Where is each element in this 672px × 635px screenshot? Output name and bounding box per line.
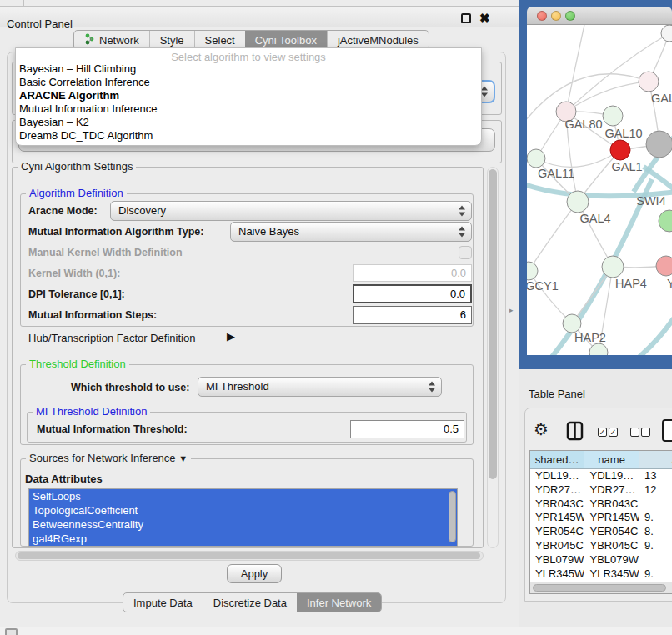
- table-row[interactable]: YPR145WYPR145W9.: [530, 511, 672, 525]
- checked-checkbox-icon[interactable]: ✓: [598, 428, 607, 437]
- dropdown-header: Select algorithm to view settings: [16, 48, 481, 62]
- table-cell: YDR27…: [530, 483, 584, 498]
- maximize-traffic-light-icon[interactable]: [565, 11, 575, 21]
- manual-kernel-width-label: Manual Kernel Width Definition: [28, 247, 183, 258]
- table-row[interactable]: YER054CYER054C8.: [530, 525, 672, 539]
- dropdown-item[interactable]: Bayesian – K2: [16, 116, 481, 129]
- column-header-3[interactable]: A: [639, 451, 672, 468]
- sources-title[interactable]: Sources for Network Inference ▼: [26, 452, 191, 464]
- dropdown-item[interactable]: Bayesian – Hill Climbing: [16, 62, 481, 76]
- network-edge-highlighted[interactable]: [639, 318, 672, 355]
- tab-style[interactable]: Style: [149, 31, 194, 49]
- table-horizontal-scrollbar[interactable]: [530, 582, 672, 593]
- checked-checkbox-icon[interactable]: ✓: [609, 428, 618, 437]
- table-cell: [639, 498, 672, 512]
- mi-steps-label: Mutual Information Steps:: [28, 309, 157, 321]
- attribute-item[interactable]: gal4RGexp: [29, 532, 457, 546]
- network-window-titlebar[interactable]: [527, 7, 672, 25]
- network-node[interactable]: [589, 343, 608, 355]
- table-cell: YBR045C: [584, 539, 639, 553]
- hub-definition-label[interactable]: Hub/Transcription Factor Definition: [28, 332, 195, 344]
- network-node-hap4[interactable]: [602, 256, 624, 278]
- column-header-1[interactable]: shared…: [530, 451, 584, 468]
- split-pane-grip-icon[interactable]: ▸: [509, 306, 514, 314]
- network-node-gal[interactable]: [639, 72, 659, 92]
- tab-jactivemnodules[interactable]: jActiveMNodules: [327, 31, 429, 49]
- network-node-swi4[interactable]: [659, 210, 672, 232]
- network-node-gal1[interactable]: [610, 140, 630, 160]
- aracne-mode-select[interactable]: Discovery: [110, 201, 472, 221]
- gear-icon[interactable]: ⚙: [534, 419, 549, 439]
- node-label-swi4: SWI4: [636, 194, 665, 208]
- table-horizontal-scrollbar-thumb[interactable]: [533, 584, 666, 592]
- tab-cyni-toolbox[interactable]: Cyni Toolbox: [245, 31, 327, 49]
- mi-steps-field[interactable]: 6: [353, 306, 472, 324]
- minimize-traffic-light-icon[interactable]: [551, 11, 561, 21]
- table-row[interactable]: YBL079WYBL079W: [530, 553, 672, 568]
- attribute-item[interactable]: SelfLoops: [29, 489, 457, 503]
- network-node-gal4[interactable]: [567, 191, 589, 212]
- tab-network[interactable]: Network: [74, 31, 149, 49]
- table-row[interactable]: YLR345WYLR345W9.: [530, 568, 672, 582]
- table-row[interactable]: YBR043CYBR043C: [530, 498, 672, 512]
- network-view-canvas[interactable]: GALGAL80GAL10GAL1GAL11GAL4SWI4HAP4YGCY1H…: [527, 25, 672, 355]
- attribute-item[interactable]: TopologicalCoefficient: [29, 503, 457, 518]
- mi-algorithm-type-select[interactable]: Naive Bayes: [230, 222, 472, 242]
- top-divider-tick: [23, 0, 24, 6]
- unchecked-checkbox-icon[interactable]: [641, 428, 650, 437]
- which-threshold-select[interactable]: MI Threshold: [198, 377, 442, 397]
- dropdown-item[interactable]: Mutual Information Inference: [16, 102, 481, 116]
- close-icon[interactable]: ✖: [479, 11, 490, 26]
- table-cell: YLR345W: [584, 568, 639, 582]
- network-node[interactable]: [646, 131, 672, 158]
- algorithm-definition-title: Algorithm Definition: [26, 187, 127, 199]
- tab-infer-network[interactable]: Infer Network: [297, 593, 381, 612]
- minimized-panel-icon[interactable]: [5, 628, 18, 635]
- expand-right-icon[interactable]: ▶: [227, 330, 235, 342]
- kernel-width-label: Kernel Width (0,1):: [28, 268, 120, 279]
- network-edge[interactable]: [529, 202, 578, 271]
- tab-discretize-data[interactable]: Discretize Data: [203, 593, 297, 612]
- network-node-gal11[interactable]: [527, 149, 545, 168]
- tab-label: Select: [205, 34, 235, 47]
- settings-horizontal-scrollbar-thumb[interactable]: [18, 552, 480, 559]
- aracne-mode-value: Discovery: [118, 204, 166, 217]
- split-view-icon[interactable]: [566, 421, 584, 443]
- document-icon[interactable]: [662, 419, 672, 442]
- which-threshold-label: Which threshold to use:: [71, 382, 189, 393]
- network-edge[interactable]: [566, 25, 585, 112]
- network-node-gcy1[interactable]: [527, 262, 538, 280]
- data-attributes-list[interactable]: SelfLoopsTopologicalCoefficientBetweenne…: [28, 488, 458, 547]
- kernel-width-field[interactable]: 0.0: [353, 264, 472, 282]
- table-cell: 12: [639, 483, 672, 498]
- attribute-item[interactable]: BetweennessCentrality: [29, 518, 457, 532]
- node-attribute-table[interactable]: shared…nameA YDL19…YDL19…13YDR27…YDR27…1…: [529, 450, 672, 594]
- dropdown-item[interactable]: Dream8 DC_TDC Algorithm: [16, 129, 481, 142]
- table-row[interactable]: YBR045CYBR045C9.: [530, 539, 672, 553]
- network-node[interactable]: [661, 25, 672, 42]
- table-row[interactable]: YDL19…YDL19…13: [530, 469, 672, 483]
- attributes-scrollbar[interactable]: [449, 491, 456, 542]
- network-node-y[interactable]: [656, 256, 672, 276]
- collapse-down-icon[interactable]: ▼: [178, 453, 188, 463]
- float-window-icon[interactable]: [461, 13, 471, 23]
- tab-select[interactable]: Select: [194, 31, 245, 49]
- dropdown-item[interactable]: ARACNE Algorithm: [16, 89, 481, 102]
- network-node-hap2[interactable]: [563, 314, 581, 332]
- settings-vertical-scrollbar-thumb[interactable]: [489, 169, 497, 479]
- control-panel-title: Control Panel: [7, 18, 73, 30]
- mi-threshold-label: Mutual Information Threshold:: [37, 423, 188, 435]
- unchecked-checkbox-icon[interactable]: [630, 428, 639, 437]
- table-row[interactable]: YDR27…YDR27…12: [530, 483, 672, 498]
- column-header-2[interactable]: name: [584, 451, 639, 468]
- apply-button[interactable]: Apply: [227, 564, 282, 583]
- network-node-gal10[interactable]: [603, 106, 623, 126]
- close-traffic-light-icon[interactable]: [537, 11, 547, 21]
- dropdown-item[interactable]: Basic Correlation Inference: [16, 76, 481, 89]
- node-label-hap2: HAP2: [574, 331, 606, 344]
- mi-threshold-field[interactable]: 0.5: [350, 420, 464, 438]
- manual-kernel-width-checkbox[interactable]: [459, 246, 472, 259]
- tab-impute-data[interactable]: Impute Data: [123, 593, 203, 612]
- spinner-arrows-icon: [429, 382, 435, 392]
- dpi-tolerance-field[interactable]: 0.0: [353, 284, 472, 303]
